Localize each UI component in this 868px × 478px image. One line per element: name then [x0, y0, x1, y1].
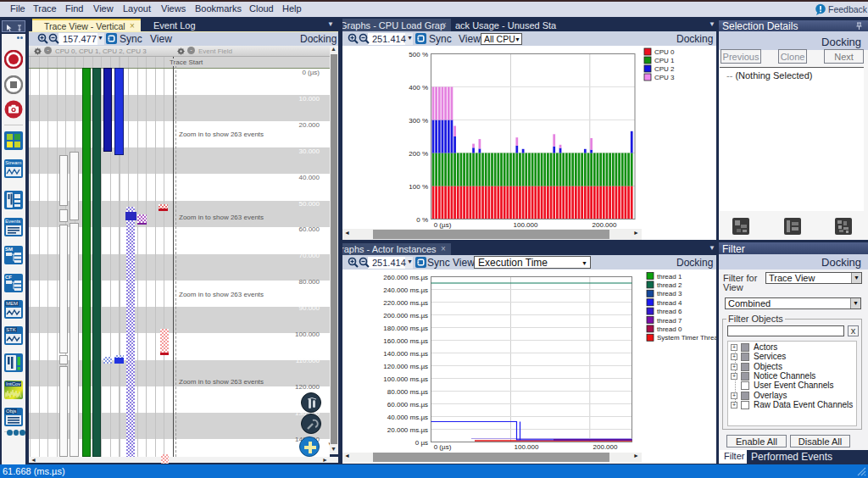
svg-text:CPU 3: CPU 3 [654, 74, 675, 81]
svg-text:40.000 ms.µs: 40.000 ms.µs [387, 414, 428, 421]
svg-text:20.000 ms.µs: 20.000 ms.µs [387, 426, 428, 434]
svg-text:System Timer Thread: System Timer Thread [657, 334, 716, 342]
svg-text:200 %: 200 % [409, 150, 428, 158]
svg-text:100.000 ms.µs: 100.000 ms.µs [383, 375, 428, 383]
svg-text:thread 3: thread 3 [657, 290, 682, 297]
svg-text:thread 6: thread 6 [657, 308, 682, 315]
svg-text:240.000 ms.µs: 240.000 ms.µs [383, 286, 428, 294]
svg-text:thread 2: thread 2 [657, 281, 682, 289]
svg-text:100.000: 100.000 [514, 221, 538, 229]
svg-text:120.000 ms.µs: 120.000 ms.µs [383, 363, 428, 370]
svg-text:160.000 ms.µs: 160.000 ms.µs [383, 337, 428, 345]
svg-text:thread 1: thread 1 [657, 273, 682, 281]
svg-text:100 %: 100 % [409, 183, 428, 191]
svg-text:500 %: 500 % [409, 51, 428, 58]
svg-text:180.000 ms.µs: 180.000 ms.µs [383, 325, 428, 332]
svg-text:thread 4: thread 4 [657, 299, 682, 307]
svg-text:260.000 ms.µs: 260.000 ms.µs [383, 274, 428, 281]
svg-text:400 %: 400 % [409, 84, 428, 92]
svg-text:CPU 0: CPU 0 [654, 48, 675, 56]
svg-text:220.000 ms.µs: 220.000 ms.µs [383, 299, 428, 307]
svg-text:100.000: 100.000 [515, 443, 539, 451]
svg-text:300 %: 300 % [409, 117, 428, 125]
svg-text:200.000 ms.µs: 200.000 ms.µs [383, 312, 428, 320]
svg-text:0 (µs): 0 (µs) [434, 221, 452, 229]
svg-text:80.000 ms.µs: 80.000 ms.µs [387, 388, 428, 396]
svg-text:thread 7: thread 7 [657, 317, 682, 325]
svg-text:200.000: 200.000 [593, 443, 618, 451]
svg-text:CPU 1: CPU 1 [654, 57, 675, 64]
svg-text:CPU 2: CPU 2 [654, 65, 675, 73]
svg-text:200.000: 200.000 [593, 221, 617, 229]
svg-text:60.000 ms.µs: 60.000 ms.µs [387, 401, 428, 409]
svg-text:thread 0: thread 0 [657, 325, 682, 333]
svg-text:0 µs: 0 µs [415, 439, 428, 447]
svg-text:0 (µs): 0 (µs) [434, 443, 452, 451]
svg-text:140.000 ms.µs: 140.000 ms.µs [383, 350, 428, 358]
svg-text:0 %: 0 % [416, 216, 428, 224]
